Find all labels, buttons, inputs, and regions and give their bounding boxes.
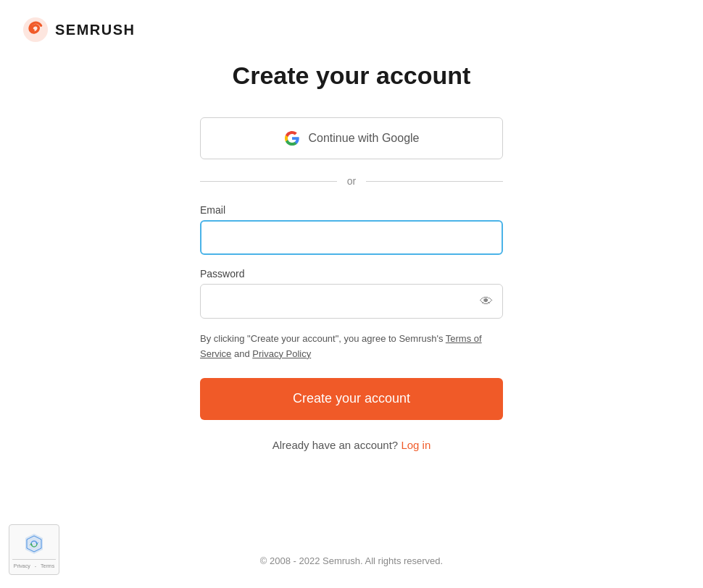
password-field-group: Password 👁: [200, 268, 503, 319]
main-container: Create your account Continue with Google…: [0, 0, 703, 451]
email-input[interactable]: [200, 220, 503, 255]
google-icon: [284, 130, 300, 146]
terms-text: By clicking "Create your account", you a…: [200, 332, 503, 362]
privacy-policy-link[interactable]: Privacy Policy: [252, 348, 311, 359]
divider-text: or: [347, 175, 356, 187]
recaptcha-links: Privacy - Terms: [14, 563, 54, 568]
password-wrapper: 👁: [200, 284, 503, 319]
terms-middle-text: and: [231, 348, 252, 359]
or-divider: or: [200, 175, 503, 187]
terms-before-text: By clicking "Create your account", you a…: [200, 333, 446, 344]
divider-line-right: [366, 181, 503, 182]
create-account-button[interactable]: Create your account: [200, 378, 503, 420]
google-signin-button[interactable]: Continue with Google: [200, 117, 503, 159]
already-have-account-text: Already have an account?: [273, 439, 398, 451]
email-field-group: Email: [200, 204, 503, 255]
recaptcha-separator: -: [35, 563, 36, 568]
form-card: Continue with Google or Email Password 👁…: [200, 117, 503, 451]
semrush-logo-icon: [22, 16, 49, 43]
login-row: Already have an account? Log in: [200, 439, 503, 451]
recaptcha-terms-link[interactable]: Terms: [41, 563, 54, 568]
email-label: Email: [200, 204, 503, 216]
svg-point-0: [23, 17, 48, 42]
logo-text: SEMRUSH: [55, 22, 136, 38]
password-input[interactable]: [200, 284, 503, 319]
recaptcha-badge: Privacy - Terms: [9, 524, 59, 575]
password-toggle-icon[interactable]: 👁: [480, 294, 493, 309]
recaptcha-privacy-link[interactable]: Privacy: [14, 563, 30, 568]
copyright-text: © 2008 - 2022 Semrush. All rights reserv…: [260, 555, 443, 566]
password-label: Password: [200, 268, 503, 280]
page-title: Create your account: [233, 62, 471, 90]
divider-line-left: [200, 181, 337, 182]
recaptcha-logo-icon: [22, 532, 46, 555]
login-link[interactable]: Log in: [401, 439, 430, 451]
footer: © 2008 - 2022 Semrush. All rights reserv…: [0, 555, 703, 566]
recaptcha-divider: [12, 559, 56, 560]
create-button-label: Create your account: [293, 391, 410, 406]
google-button-label: Continue with Google: [309, 132, 420, 145]
logo-area: SEMRUSH: [22, 16, 136, 43]
